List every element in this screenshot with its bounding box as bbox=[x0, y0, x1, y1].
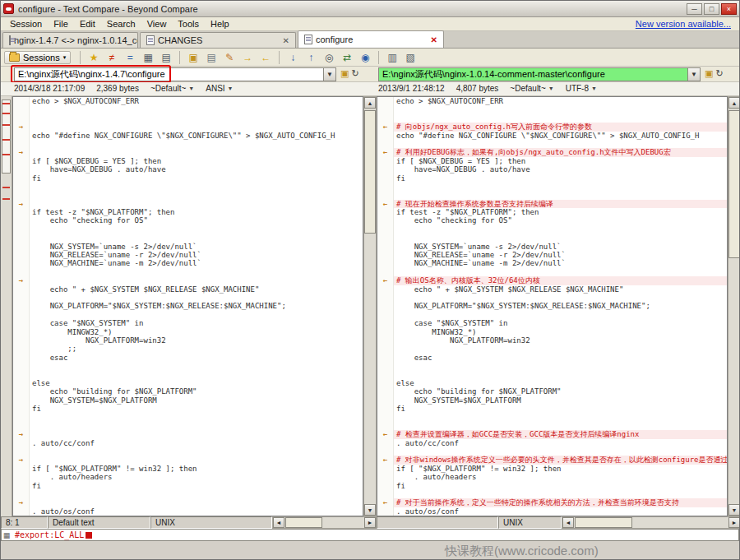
code-line[interactable]: esac bbox=[377, 354, 727, 362]
new-version-link[interactable]: New version available... bbox=[636, 19, 736, 29]
left-format-dropdown[interactable]: ~Default~▼ bbox=[150, 84, 194, 93]
code-line[interactable]: NGX_RELEASE=`uname -r 2>/dev/null` bbox=[377, 251, 727, 259]
code-line[interactable]: echo "#define NGX_CONFIGURE \"$NGX_CONFI… bbox=[13, 132, 363, 140]
swap-sides-icon[interactable]: ⇄ bbox=[339, 50, 355, 65]
code-line[interactable]: echo "checking for OS" bbox=[377, 216, 727, 224]
code-line[interactable]: fi bbox=[377, 405, 727, 413]
diff-marker-right-icon[interactable]: → bbox=[13, 498, 30, 507]
show-all-icon[interactable]: ▦ bbox=[140, 50, 156, 65]
code-line[interactable] bbox=[377, 114, 727, 123]
code-line[interactable]: echo " + $NGX_SYSTEM $NGX_RELEASE $NGX_M… bbox=[377, 285, 727, 294]
code-line[interactable] bbox=[377, 183, 727, 191]
code-line[interactable]: . auto/headers bbox=[13, 473, 363, 481]
code-line[interactable] bbox=[377, 490, 727, 498]
maximize-button[interactable]: □ bbox=[704, 3, 719, 15]
left-path-input[interactable]: E:\nginx源代码\nginx-1.4.7\configure bbox=[15, 68, 323, 81]
code-line[interactable] bbox=[13, 268, 363, 276]
diff-marker-left-icon[interactable]: ← bbox=[377, 148, 394, 156]
left-horizontal-scrollbar[interactable]: ◄ ► bbox=[272, 516, 377, 529]
code-line[interactable]: ←# 输出OS名称、内核版本、32位/64位内核 bbox=[377, 276, 727, 285]
code-line[interactable]: ;; bbox=[13, 345, 363, 353]
code-line[interactable]: echo > $NGX_AUTOCONF_ERR bbox=[377, 97, 727, 105]
code-line[interactable]: esac bbox=[13, 354, 363, 362]
scroll-up-icon[interactable]: ▲ bbox=[728, 97, 740, 109]
right-refresh-icon[interactable]: ↻ bbox=[715, 68, 723, 79]
close-button[interactable]: × bbox=[721, 3, 737, 15]
code-line[interactable]: NGX_SYSTEM=`uname -s 2>/dev/null` bbox=[13, 243, 363, 251]
code-line[interactable] bbox=[13, 490, 363, 498]
diff-marker-left-icon[interactable]: ← bbox=[377, 498, 394, 507]
menu-search[interactable]: Search bbox=[101, 18, 141, 30]
code-line[interactable]: echo "checking for OS" bbox=[13, 216, 363, 224]
code-line[interactable]: ←# 利用好DEBUG标志，如果有,向objs/ngx_auto_config.… bbox=[377, 148, 727, 156]
code-line[interactable]: if [ "$NGX_PLATFORM" != win32 ]; then bbox=[377, 465, 727, 473]
code-line[interactable]: . auto/cc/conf bbox=[377, 439, 727, 447]
scroll-right-icon[interactable]: ► bbox=[364, 517, 376, 528]
right-horizontal-scrollbar[interactable]: ◄ ► bbox=[562, 516, 740, 529]
code-line[interactable]: NGX_SYSTEM=$NGX_PLATFORM bbox=[13, 396, 363, 405]
title-bar[interactable]: configure - Text Compare - Beyond Compar… bbox=[1, 1, 739, 17]
code-line[interactable] bbox=[377, 371, 727, 379]
code-line[interactable]: → bbox=[13, 123, 363, 131]
code-line[interactable] bbox=[377, 413, 727, 421]
code-line[interactable]: → bbox=[13, 498, 363, 507]
code-line[interactable]: if [ $NGX_DEBUG = YES ]; then bbox=[377, 157, 727, 165]
code-line[interactable]: fi bbox=[13, 482, 363, 490]
code-line[interactable]: case "$NGX_SYSTEM" in bbox=[377, 319, 727, 327]
code-line[interactable] bbox=[377, 447, 727, 456]
diff-marker-right-icon[interactable]: → bbox=[13, 276, 30, 285]
code-line[interactable]: echo "building for $NGX_PLATFORM" bbox=[377, 387, 727, 396]
menu-file[interactable]: File bbox=[48, 18, 74, 30]
right-format-dropdown[interactable]: ~Default~▼ bbox=[510, 84, 553, 93]
right-encoding-dropdown[interactable]: UTF-8▼ bbox=[566, 84, 597, 93]
code-line[interactable]: . auto/os/conf bbox=[13, 507, 363, 516]
code-line[interactable]: MINGW32_*) bbox=[13, 328, 363, 336]
code-line[interactable] bbox=[377, 140, 727, 148]
show-context-icon[interactable]: ▤ bbox=[158, 50, 174, 65]
code-line[interactable]: echo " + $NGX_SYSTEM $NGX_RELEASE $NGX_M… bbox=[13, 285, 363, 294]
code-line[interactable] bbox=[377, 105, 727, 113]
code-line[interactable]: → bbox=[13, 200, 363, 208]
tab-nginx-1-4-7-nginx-1-0-14[interactable]: nginx-1.4.7 <-> nginx-1.0.14_co... bbox=[2, 32, 138, 48]
code-line[interactable] bbox=[13, 114, 363, 123]
code-line[interactable]: echo "#define NGX_CONFIGURE \"$NGX_CONFI… bbox=[377, 132, 727, 140]
left-encoding-dropdown[interactable]: ANSI▼ bbox=[206, 84, 233, 93]
copy-to-left-icon[interactable]: ← bbox=[257, 50, 274, 65]
code-line[interactable]: MINGW32_*) bbox=[377, 328, 727, 336]
code-line[interactable] bbox=[13, 105, 363, 113]
menu-session[interactable]: Session bbox=[4, 18, 48, 30]
code-line[interactable]: → bbox=[13, 430, 363, 438]
code-line[interactable]: if [ $NGX_DEBUG = YES ]; then bbox=[13, 157, 363, 165]
left-hscroll-thumb[interactable] bbox=[285, 517, 322, 528]
code-line[interactable]: NGX_PLATFORM="$NGX_SYSTEM:$NGX_RELEASE:$… bbox=[13, 302, 363, 310]
diff-marker-right-icon[interactable]: → bbox=[13, 430, 30, 438]
left-path-dropdown-icon[interactable]: ▼ bbox=[323, 68, 335, 81]
scroll-down-icon[interactable]: ▼ bbox=[728, 504, 740, 516]
previous-difference-icon[interactable]: ↑ bbox=[303, 50, 319, 65]
scroll-left-icon[interactable]: ◄ bbox=[562, 517, 574, 528]
code-line[interactable] bbox=[377, 362, 727, 370]
code-line[interactable] bbox=[13, 311, 363, 319]
layout-horizontal-icon[interactable]: ▥ bbox=[384, 50, 400, 65]
left-path-combo[interactable]: E:\nginx源代码\nginx-1.4.7\configure ▼ bbox=[14, 67, 336, 81]
code-line[interactable] bbox=[13, 234, 363, 242]
find-icon[interactable]: ◎ bbox=[321, 50, 337, 65]
right-vertical-scrollbar[interactable]: ▲ ▼ bbox=[728, 96, 740, 516]
menu-tools[interactable]: Tools bbox=[172, 18, 205, 30]
diff-marker-right-icon[interactable]: → bbox=[13, 200, 30, 208]
scroll-left-icon[interactable]: ◄ bbox=[273, 517, 284, 528]
code-line[interactable] bbox=[13, 191, 363, 199]
code-line[interactable]: if test -z "$NGX_PLATFORM"; then bbox=[13, 208, 363, 216]
minimize-button[interactable]: ─ bbox=[687, 3, 702, 15]
menu-edit[interactable]: Edit bbox=[74, 18, 101, 30]
menu-help[interactable]: Help bbox=[205, 18, 235, 30]
right-hscroll-thumb[interactable] bbox=[575, 517, 632, 528]
overview-minimap[interactable] bbox=[1, 96, 12, 516]
code-line[interactable] bbox=[13, 183, 363, 191]
code-line[interactable] bbox=[377, 311, 727, 319]
diff-marker-right-icon[interactable]: → bbox=[13, 148, 30, 156]
code-line[interactable]: echo > $NGX_AUTOCONF_ERR bbox=[13, 97, 363, 105]
code-line[interactable]: NGX_PLATFORM=win32 bbox=[377, 336, 727, 345]
diff-marker-right-icon[interactable]: → bbox=[13, 456, 30, 464]
code-line[interactable] bbox=[377, 345, 727, 353]
